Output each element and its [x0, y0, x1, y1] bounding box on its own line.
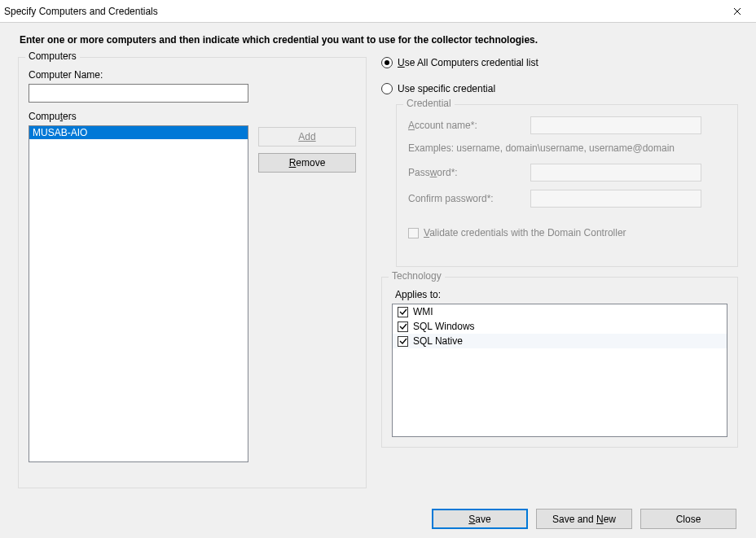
computers-list-label: Computers [29, 111, 356, 122]
technology-group-title: Technology [389, 270, 445, 282]
computers-listbox[interactable]: MUSAB-AIO [29, 125, 248, 462]
add-button: Add [258, 127, 356, 147]
applies-to-label: Applies to: [395, 289, 727, 300]
password-label: Password*: [408, 167, 530, 178]
checkbox-icon[interactable] [398, 321, 408, 332]
account-name-input [530, 116, 701, 134]
technology-item[interactable]: WMI [393, 304, 727, 319]
checkbox-icon[interactable] [398, 307, 408, 317]
radio-icon [381, 83, 393, 94]
close-button[interactable]: Close [640, 509, 736, 529]
checkbox-icon[interactable] [398, 336, 408, 347]
remove-button[interactable]: Remove [258, 153, 356, 173]
credential-group-title: Credential [403, 98, 455, 109]
computers-group-title: Computers [25, 50, 80, 62]
technology-item[interactable]: SQL Native [393, 334, 727, 348]
radio-use-specific[interactable]: Use specific credential [381, 83, 738, 94]
save-and-new-button[interactable]: Save and New [536, 509, 632, 529]
account-name-label: Account name*: [408, 120, 530, 131]
radio-use-all[interactable]: Use All Computers credential list [381, 57, 738, 68]
credential-examples: Examples: username, domain\username, use… [408, 142, 726, 154]
radio-icon [381, 57, 393, 68]
technology-group: Technology Applies to: WMI SQL Windows S… [381, 277, 738, 448]
close-icon[interactable] [719, 0, 756, 23]
computer-name-input[interactable] [29, 84, 248, 103]
confirm-password-input [530, 190, 701, 208]
list-item[interactable]: MUSAB-AIO [29, 126, 248, 139]
confirm-password-label: Confirm password*: [408, 193, 530, 204]
window-title: Specify Computers and Credentials [4, 6, 158, 17]
save-button[interactable]: Save [432, 509, 528, 529]
technology-item[interactable]: SQL Windows [393, 319, 727, 334]
dialog-footer: Save Save and New Close [432, 509, 736, 529]
checkbox-icon [408, 228, 419, 238]
validate-credentials-checkbox: Validate credentials with the Domain Con… [408, 227, 726, 238]
computers-group: Computers Computer Name: Computers MUSAB… [18, 57, 367, 488]
computer-name-label: Computer Name: [29, 69, 356, 81]
technology-list[interactable]: WMI SQL Windows SQL Native [392, 304, 727, 437]
instruction-text: Enter one or more computers and then ind… [20, 34, 738, 46]
title-bar: Specify Computers and Credentials [0, 0, 756, 23]
password-input [530, 164, 701, 182]
credential-group: Credential Account name*: Examples: user… [396, 104, 738, 267]
